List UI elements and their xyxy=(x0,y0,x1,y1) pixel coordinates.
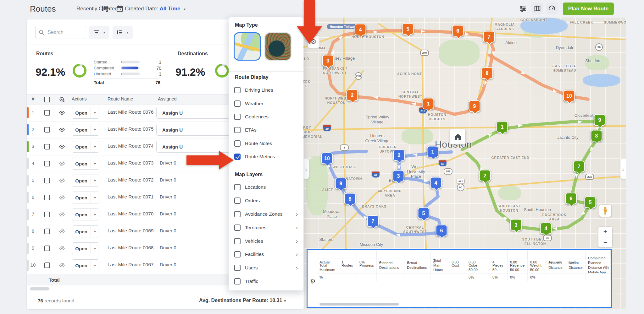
sliders-icon[interactable] xyxy=(519,5,527,14)
map-layer-item-orders[interactable]: Orders xyxy=(229,194,303,208)
checkbox-checked[interactable] xyxy=(234,154,241,160)
eye-off-icon[interactable] xyxy=(59,194,65,201)
checkbox[interactable] xyxy=(234,87,241,93)
row-checkbox[interactable] xyxy=(44,110,50,116)
route-stop-marker-green-8[interactable]: 8 xyxy=(591,130,602,142)
checkbox[interactable] xyxy=(234,211,241,217)
assign-user-button[interactable]: Assign U xyxy=(156,107,232,119)
open-dropdown-chevron[interactable]: ▾ xyxy=(91,209,99,220)
search-input[interactable] xyxy=(47,29,83,35)
sort-order-button[interactable]: ▾ xyxy=(113,26,133,39)
open-button[interactable]: Open▾ xyxy=(72,192,99,203)
route-stop-marker-green-4[interactable]: 4 xyxy=(540,223,552,234)
checkbox[interactable] xyxy=(234,100,241,107)
filter-button[interactable]: ▾ xyxy=(89,26,109,39)
route-stop-marker-blue-10[interactable]: 10 xyxy=(321,153,333,164)
depot-home-marker[interactable] xyxy=(450,129,465,144)
row-checkbox[interactable] xyxy=(44,229,50,234)
route-stop-marker-orange-7[interactable]: 7 xyxy=(483,31,495,43)
route-stop-marker-green-2[interactable]: 2 xyxy=(479,170,491,181)
row-checkbox[interactable] xyxy=(44,161,50,166)
open-button[interactable]: Open▾ xyxy=(72,124,99,136)
route-stop-marker-orange-2[interactable]: 2 xyxy=(347,89,358,101)
route-stop-marker-orange-3[interactable]: 3 xyxy=(322,55,334,67)
checkbox[interactable] xyxy=(234,140,241,147)
row-checkbox[interactable] xyxy=(44,212,50,217)
eye-icon[interactable] xyxy=(59,143,65,150)
route-display-item-geofences[interactable]: Geofences xyxy=(229,110,303,123)
eye-icon[interactable] xyxy=(59,127,65,133)
route-stop-marker-blue-5[interactable]: 5 xyxy=(418,208,430,219)
checkbox[interactable] xyxy=(234,184,241,190)
metrics-horizontal-scrollbar[interactable] xyxy=(319,303,399,306)
metrics-settings-icon[interactable]: ⚙ xyxy=(310,278,316,285)
map-view-button[interactable] xyxy=(531,3,543,14)
eye-off-icon[interactable] xyxy=(59,211,65,218)
route-stop-marker-green-6[interactable]: 6 xyxy=(565,193,577,204)
open-dropdown-chevron[interactable]: ▾ xyxy=(91,107,99,118)
horizontal-scrollbar[interactable] xyxy=(30,287,49,290)
eye-off-icon[interactable] xyxy=(59,245,65,252)
checkbox[interactable] xyxy=(234,238,241,244)
row-checkbox[interactable] xyxy=(44,178,50,183)
route-stop-marker-blue-7[interactable]: 7 xyxy=(367,215,379,227)
assign-user-button[interactable]: Assign U xyxy=(156,124,232,136)
route-display-item-driving-lines[interactable]: Driving Lines xyxy=(229,84,303,97)
open-dropdown-chevron[interactable]: ▾ xyxy=(91,260,99,271)
map-panel[interactable]: Houston Tollway NORTH HOUSTONGREENSPOINT… xyxy=(303,18,626,309)
map-layer-item-locations[interactable]: Locations xyxy=(229,181,303,194)
open-dropdown-chevron[interactable]: ▾ xyxy=(91,175,99,186)
plan-new-route-button[interactable]: Plan New Route xyxy=(563,3,614,15)
dashboard-gauge-button[interactable] xyxy=(546,3,558,14)
row-checkbox[interactable] xyxy=(44,263,50,268)
eye-off-icon[interactable] xyxy=(59,160,65,167)
route-stop-marker-blue-4[interactable]: 4 xyxy=(430,177,442,189)
sort-dropdown[interactable]: Recently Created▾ xyxy=(76,6,121,12)
map-settings-gear-button[interactable]: ⚙ xyxy=(308,36,319,48)
open-dropdown-chevron[interactable]: ▾ xyxy=(91,226,99,237)
route-display-item-weather[interactable]: Weather xyxy=(229,97,303,110)
route-stop-marker-orange-4[interactable]: 4 xyxy=(355,24,366,35)
checkbox[interactable] xyxy=(234,278,241,284)
row-checkbox[interactable] xyxy=(44,246,50,251)
open-dropdown-chevron[interactable]: ▾ xyxy=(91,243,99,254)
checkbox[interactable] xyxy=(234,265,241,271)
zoom-in-button[interactable]: + xyxy=(598,227,612,237)
route-stop-marker-blue-1[interactable]: 1 xyxy=(427,146,439,158)
zoom-out-button[interactable]: − xyxy=(598,237,612,248)
date-filter-dropdown[interactable]: Created Date: All Time ▾ xyxy=(125,6,186,12)
route-stop-marker-orange-9[interactable]: 9 xyxy=(469,100,480,112)
assign-user-button[interactable]: Assign U xyxy=(156,141,232,153)
open-button[interactable]: Open▾ xyxy=(72,225,99,237)
map-layer-item-users[interactable]: Users› xyxy=(229,261,303,275)
open-button[interactable]: Open▾ xyxy=(72,175,99,187)
row-checkbox[interactable] xyxy=(44,144,50,149)
route-stop-marker-blue-3[interactable]: 3 xyxy=(393,170,404,182)
checkbox[interactable] xyxy=(234,127,241,133)
route-stop-marker-blue-2[interactable]: 2 xyxy=(393,149,405,161)
visibility-column-icon[interactable] xyxy=(59,96,65,104)
checkbox[interactable] xyxy=(234,198,241,204)
route-stop-marker-orange-6[interactable]: 6 xyxy=(452,25,464,37)
map-layer-item-territories[interactable]: Territories› xyxy=(229,221,303,234)
eye-off-icon[interactable] xyxy=(59,177,65,184)
route-stop-marker-green-5[interactable]: 5 xyxy=(585,197,596,208)
row-checkbox[interactable] xyxy=(44,195,50,200)
checkbox[interactable] xyxy=(234,225,241,231)
eye-off-icon[interactable] xyxy=(59,228,65,235)
route-stop-marker-green-7[interactable]: 7 xyxy=(573,161,585,172)
open-dropdown-chevron[interactable]: ▾ xyxy=(91,158,99,169)
open-dropdown-chevron[interactable]: ▾ xyxy=(91,141,99,152)
open-button[interactable]: Open▾ xyxy=(72,107,99,119)
map-layer-item-facilities[interactable]: Facilities› xyxy=(229,248,303,261)
route-stop-marker-blue-8[interactable]: 8 xyxy=(344,193,356,205)
select-all-checkbox[interactable] xyxy=(44,97,50,102)
eye-icon[interactable] xyxy=(59,110,65,116)
avg-destinations-dropdown[interactable]: Avg. Destinations Per Route: 10.31▾ xyxy=(199,298,286,303)
open-button[interactable]: Open▾ xyxy=(72,141,99,153)
route-stop-marker-blue-6[interactable]: 6 xyxy=(436,225,447,236)
map-layer-item-traffic[interactable]: Traffic xyxy=(229,275,303,288)
map-type-satellite-thumbnail[interactable] xyxy=(264,32,291,61)
route-display-item-route-notes[interactable]: Route Notes xyxy=(229,137,303,150)
route-stop-marker-green-1[interactable]: 1 xyxy=(497,121,508,133)
